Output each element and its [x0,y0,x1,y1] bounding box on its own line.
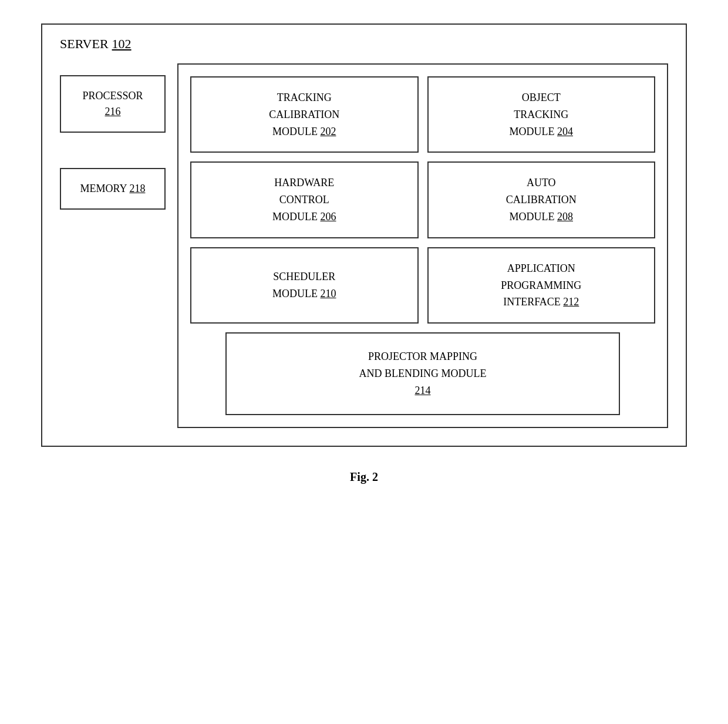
memory-box: MEMORY 218 [60,168,166,210]
fig-label: Fig. 2 [350,470,378,484]
server-title: SERVER [60,36,109,52]
projector-mapping-module: PROJECTOR MAPPINGAND BLENDING MODULE214 [225,332,620,415]
application-programming-interface: APPLICATIONPROGRAMMINGINTERFACE 212 [427,247,656,324]
processor-box: PROCESSOR216 [60,75,166,133]
modules-grid: TRACKINGCALIBRATIONMODULE 202 OBJECTTRAC… [190,76,655,324]
processor-label: PROCESSOR216 [82,90,143,117]
scheduler-module: SCHEDULERMODULE 210 [190,247,419,324]
tracking-calibration-module: TRACKINGCALIBRATIONMODULE 202 [190,76,419,153]
diagram-container: SERVER 102 PROCESSOR216 MEMORY 218 TRACK… [41,23,687,484]
object-tracking-module: OBJECTTRACKINGMODULE 204 [427,76,656,153]
server-id: 102 [112,36,132,52]
processor-id: 216 [105,106,121,117]
memory-id: 218 [129,183,145,194]
server-box: SERVER 102 PROCESSOR216 MEMORY 218 TRACK… [41,23,687,447]
memory-label: MEMORY 218 [80,183,146,194]
left-column: PROCESSOR216 MEMORY 218 [60,63,166,210]
server-inner: PROCESSOR216 MEMORY 218 TRACKINGCALIBRAT… [60,63,668,428]
server-label: SERVER 102 [60,36,668,52]
hardware-control-module: HARDWARECONTROLMODULE 206 [190,161,419,238]
auto-calibration-module: AUTOCALIBRATIONMODULE 208 [427,161,656,238]
modules-outer-box: TRACKINGCALIBRATIONMODULE 202 OBJECTTRAC… [177,63,668,428]
